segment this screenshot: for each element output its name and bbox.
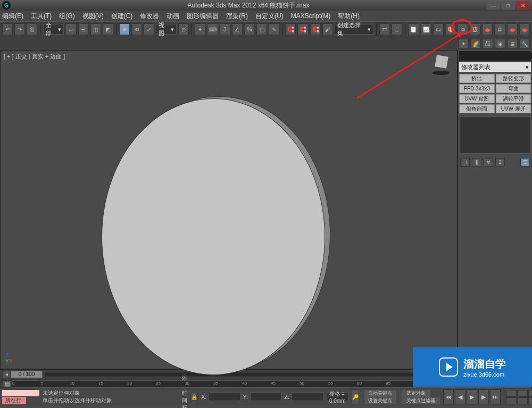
y-field[interactable] <box>250 393 282 401</box>
play-button[interactable]: ▶ <box>467 389 477 404</box>
snap-toggle-2d[interactable]: 3 <box>220 23 230 35</box>
remove-modifier-button[interactable]: ∃ <box>495 158 505 166</box>
hierarchy-tab[interactable]: 品 <box>483 39 493 48</box>
named-selection-dropdown[interactable]: 创建选择集 <box>335 24 374 35</box>
time-back-button[interactable]: ◂ <box>2 371 11 378</box>
viewport[interactable]: [ + ] 正交 | 真实 + 边面 ] zy x <box>0 50 458 369</box>
utilities-tab[interactable]: 🔧 <box>519 39 530 48</box>
align-button[interactable]: ≣ <box>392 23 402 35</box>
motion-tab[interactable]: ◉ <box>495 39 505 48</box>
auto-key-button[interactable]: 自动关键点 <box>364 390 396 397</box>
scene-object-cylinder[interactable] <box>75 82 341 380</box>
make-unique-button[interactable]: ∀ <box>484 158 493 166</box>
menu-views[interactable]: 视图(V) <box>82 12 104 21</box>
mod-extrude[interactable]: 挤出 <box>459 74 495 83</box>
render-production-highlighted[interactable]: 🫖 <box>482 23 493 35</box>
mod-uvwmap[interactable]: UVW 贴图 <box>459 94 495 103</box>
menu-animation[interactable]: 动画 <box>167 12 179 21</box>
mod-bevelprofile[interactable]: 倒角剖面 <box>459 104 495 113</box>
mirror-button[interactable]: ⮂ <box>379 23 390 35</box>
time-slider[interactable]: 0 / 100 <box>11 371 43 378</box>
select-by-name-button[interactable]: ☰ <box>78 23 89 35</box>
teapot-render-button[interactable]: 🫖 <box>507 23 518 35</box>
select-rotate-button[interactable]: ⟲ <box>131 23 142 35</box>
fov-button[interactable] <box>506 397 517 404</box>
material-editor-button[interactable]: 🎨 <box>445 23 456 35</box>
zoom-extents-button[interactable] <box>528 390 532 397</box>
z-field[interactable] <box>292 393 323 401</box>
zoom-all-button[interactable] <box>517 390 528 397</box>
zoom-button[interactable] <box>506 390 517 397</box>
mod-uvwunwrap[interactable]: UVW 展开 <box>496 104 531 113</box>
select-manipulate-button[interactable]: ✦ <box>195 23 205 35</box>
keyboard-shortcut-button[interactable]: ⌨ <box>207 23 218 35</box>
teapot2-button[interactable]: 🫖 <box>519 23 530 35</box>
mod-pathdeform[interactable]: 路径变形 <box>496 74 531 83</box>
modifier-list-dropdown[interactable]: 修改器列表▾ <box>459 62 531 72</box>
schematic-view-button[interactable]: 🗂 <box>433 23 444 35</box>
pin-stack-button[interactable]: ⊣ <box>460 158 470 166</box>
angle-snap-button[interactable]: ∠ <box>232 23 243 35</box>
create-tab[interactable]: ✦ <box>458 39 469 48</box>
link-button[interactable]: ⛓ <box>27 23 37 35</box>
redo-button[interactable]: ↷ <box>14 23 25 35</box>
menu-maxscript[interactable]: MAXScript(M) <box>291 12 331 20</box>
x-field[interactable] <box>209 393 240 401</box>
brush-button[interactable]: 🖌 <box>322 23 333 35</box>
select-region-button[interactable]: ◫ <box>90 23 101 35</box>
orbit-button[interactable] <box>528 397 532 404</box>
select-object-button[interactable]: ▭ <box>65 23 76 35</box>
menu-modifiers[interactable]: 修改器 <box>140 12 159 21</box>
menu-group[interactable]: 组(G) <box>59 12 74 21</box>
modifier-stack[interactable] <box>459 116 531 154</box>
layer-manager-button[interactable]: 📑 <box>408 23 419 35</box>
percent-snap-button[interactable]: % <box>244 23 255 35</box>
selection-lock-icon[interactable]: 🔒 <box>190 393 198 401</box>
show-end-result-button[interactable]: ‖ <box>472 158 481 166</box>
menu-graph[interactable]: 图形编辑器 <box>187 12 219 21</box>
menu-render[interactable]: 渲染(R) <box>226 12 248 21</box>
goto-end-button[interactable]: ⏭ <box>490 389 501 404</box>
spinner-snap-button[interactable]: ⬚ <box>256 23 267 35</box>
curve-editor-button[interactable]: 📈 <box>421 23 431 35</box>
menu-customize[interactable]: 自定义(U) <box>255 12 284 21</box>
menu-create[interactable]: 创建(C) <box>111 12 133 21</box>
viewport-label[interactable]: [ + ] 正交 | 真实 + 边面 ] <box>4 53 65 61</box>
close-button[interactable]: ✕ <box>516 1 530 10</box>
maximize-button[interactable]: □ <box>501 1 515 10</box>
magnet-point-button[interactable]: 🧲 <box>297 23 308 35</box>
select-scale-button[interactable]: ⤢ <box>144 23 154 35</box>
prev-frame-button[interactable]: ◀ <box>455 389 466 404</box>
display-tab[interactable]: 🖥 <box>507 39 518 48</box>
pan-button[interactable] <box>517 397 528 404</box>
rendered-frame-button[interactable]: 🖼 <box>470 23 480 35</box>
menu-edit[interactable]: 编辑(E) <box>2 12 23 21</box>
selection-filter-dropdown[interactable]: 全部 <box>43 24 64 35</box>
mod-turbosmooth[interactable]: 涡轮平滑 <box>496 94 531 103</box>
menu-help[interactable]: 帮助(H) <box>338 12 360 21</box>
next-frame-button[interactable]: ▶ <box>478 389 489 404</box>
use-pivot-button[interactable]: ⊙ <box>178 23 189 35</box>
window-crossing-button[interactable]: ◩ <box>103 23 113 35</box>
magnet-edge-button[interactable]: 🧲 <box>310 23 321 35</box>
configure-sets-button[interactable]: ☰ <box>520 158 530 166</box>
mod-ffd[interactable]: FFD 3x3x3 <box>459 84 495 93</box>
menu-tools[interactable]: 工具(T) <box>31 12 52 21</box>
selected-only-button[interactable]: 选定对象 <box>402 390 430 397</box>
view-cube[interactable] <box>429 54 453 75</box>
edit-named-sel-button[interactable]: ✎ <box>269 23 279 35</box>
key-filters-button[interactable]: 关键点过滤器 <box>402 397 440 404</box>
render-setup-button[interactable]: ⚙ <box>458 23 468 35</box>
reference-coord-dropdown[interactable]: 视图 <box>156 24 177 35</box>
render-iterative-button[interactable]: 🖥 <box>494 23 505 35</box>
undo-button[interactable]: ↶ <box>2 23 13 35</box>
minimize-button[interactable]: — <box>486 1 500 10</box>
mini-curve-editor-button[interactable]: ▤ <box>2 380 12 388</box>
object-name-field[interactable] <box>459 53 532 59</box>
magnet-button[interactable]: 🧲 <box>285 23 296 35</box>
set-key-button[interactable]: 设置关键点 <box>364 397 396 404</box>
modify-tab[interactable]: 🌈 <box>470 39 481 48</box>
key-mode-icon[interactable]: 🔑 <box>352 389 359 404</box>
goto-start-button[interactable]: ⏮ <box>443 389 454 404</box>
select-move-button[interactable]: ✥ <box>119 23 130 35</box>
